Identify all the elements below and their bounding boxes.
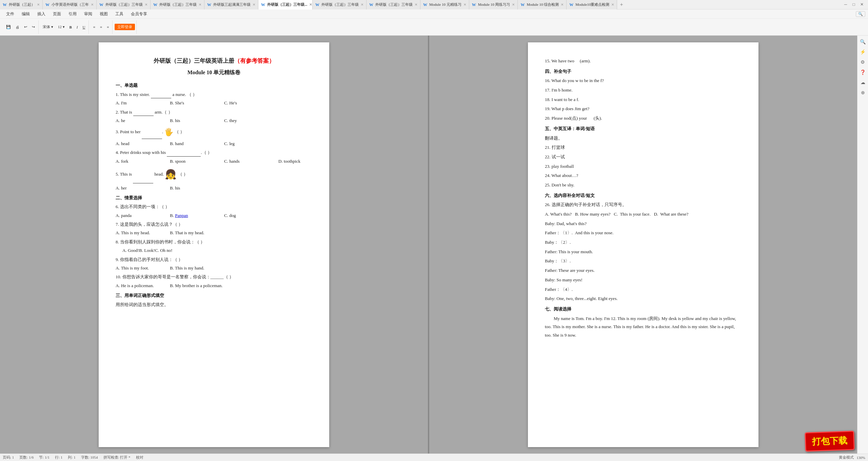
tab-1[interactable]: W小学英语外研版（三年✕: [43, 0, 97, 9]
underline-button[interactable]: U: [81, 24, 87, 30]
ribbon-tab-会员专享[interactable]: 会员专享: [127, 11, 151, 18]
page-title-red: （有参考答案）: [234, 58, 275, 64]
q1-optB: B. She's: [170, 99, 211, 107]
undo-button[interactable]: ↩: [22, 24, 29, 30]
bold-button[interactable]: B: [67, 24, 74, 30]
new-tab-button[interactable]: +: [617, 2, 626, 8]
q6-optB: B. Panpan: [170, 212, 211, 219]
tab-3[interactable]: W外研版（三起）三年级✕: [151, 0, 204, 9]
tab-close-7[interactable]: ✕: [415, 3, 417, 6]
status-col: 列: 1: [68, 455, 75, 460]
wps-icon-11: W: [569, 2, 574, 7]
q3-options: A. head B. hand C. leg: [116, 140, 312, 147]
tab-9[interactable]: WModule 10 周练习习✕: [469, 0, 518, 9]
minimize-button[interactable]: ─: [842, 1, 849, 8]
tab-7[interactable]: W外研版（三起）三年级✕: [367, 0, 420, 9]
tab-6[interactable]: W外研版（三起）三年级✕: [313, 0, 367, 9]
ribbon-tab-编辑[interactable]: 编辑: [18, 11, 33, 18]
tab-2[interactable]: W外研版（三起）三年级✕: [97, 0, 151, 9]
q15: 15. We have two (arm).: [545, 57, 742, 65]
align-center-button[interactable]: ≡: [98, 24, 104, 30]
side-cloud-icon[interactable]: ☁: [858, 78, 868, 87]
ribbon-search[interactable]: 🔍: [856, 11, 865, 17]
translate-intro: 翻译题。: [545, 134, 742, 143]
login-button[interactable]: 立即登录: [115, 24, 135, 30]
tab-close-3[interactable]: ✕: [199, 3, 201, 6]
wps-icon-10: W: [520, 2, 525, 7]
redo-button[interactable]: ↪: [30, 24, 37, 30]
q26-baby5: Baby: One, two, three...eight. Eight eye…: [545, 295, 742, 303]
wps-icon-8: W: [423, 2, 428, 7]
question-8: 8. 当你看到别人踩到你的书时，你会说：（ ）: [116, 238, 312, 246]
q26-father4: Father：〈4〉.: [545, 285, 742, 294]
q16: 16. What do you w to be in the f?: [545, 77, 742, 85]
side-add-icon[interactable]: ⊕: [858, 88, 868, 97]
blank-1: [151, 98, 171, 98]
ribbon: 文件编辑插入页面引用审阅视图工具会员专享🔍 💾 🖨 ↩ ↪ 宋体 ▾ 12 ▾ …: [0, 9, 868, 36]
q26-intro: 26. 选择正确的句子补全对话，只写序号。: [545, 201, 742, 209]
right-doc-panel[interactable]: 15. We have two (arm). 四、补全句子 16. What d…: [428, 36, 857, 454]
ribbon-tab-工具[interactable]: 工具: [112, 11, 127, 18]
ribbon-tab-引用[interactable]: 引用: [65, 11, 80, 18]
tab-close-5[interactable]: ✕: [309, 3, 312, 6]
panpan-link[interactable]: Panpan: [175, 213, 188, 218]
question-9: 9. 你指着自己的手对别人说：（ ）: [116, 256, 312, 263]
section2-title: 二、情景选择: [116, 194, 312, 202]
tab-4[interactable]: W外研版三起满满三年级✕: [204, 0, 258, 9]
font-select[interactable]: 宋体 ▾: [41, 24, 55, 30]
question-5: 5. This is head. 👧 （ ）: [116, 166, 312, 183]
download-badge[interactable]: 打包下载: [805, 430, 855, 452]
maximize-button[interactable]: □: [850, 1, 857, 8]
side-lightning-icon[interactable]: ⚡: [858, 47, 868, 57]
tab-close-2[interactable]: ✕: [145, 3, 147, 6]
side-search-icon[interactable]: 🔍: [858, 37, 868, 46]
fontsize-select[interactable]: 12 ▾: [56, 24, 67, 30]
close-button[interactable]: ✕: [859, 1, 865, 8]
tab-close-1[interactable]: ✕: [91, 3, 94, 6]
section1-title: 一、单选题: [116, 81, 312, 89]
left-doc-panel[interactable]: 外研版（三起）三年级英语上册（有参考答案） Module 10 单元精练卷 一、…: [0, 36, 428, 454]
ribbon-tab-视图[interactable]: 视图: [96, 11, 111, 18]
q10-optB: B. My brother is a policeman.: [170, 282, 223, 289]
tab-close-0[interactable]: ✕: [37, 3, 40, 6]
tab-close-8[interactable]: ✕: [463, 3, 466, 6]
ribbon-tab-页面[interactable]: 页面: [50, 11, 64, 18]
q6-optC: C. dog: [224, 212, 265, 219]
print-button[interactable]: 🖨: [14, 24, 21, 30]
q22: 22. 试一试: [545, 153, 742, 161]
q3-optB: B. hand: [170, 140, 211, 147]
ribbon-tab-插入[interactable]: 插入: [34, 11, 49, 18]
ribbon-tab-审阅[interactable]: 审阅: [81, 11, 96, 18]
status-total-pages: 页数: 1/6: [19, 455, 34, 460]
align-left-button[interactable]: ≡: [91, 24, 97, 30]
q17: 17. I'm b home.: [545, 86, 742, 95]
q26-baby4: Baby: So many eyes!: [545, 276, 742, 284]
ribbon-menu: 文件编辑插入页面引用审阅视图工具会员专享🔍: [0, 9, 868, 18]
tab-close-9[interactable]: ✕: [512, 3, 515, 6]
q20: 20. Please nod(点) your (头).: [545, 114, 742, 123]
hand-icon: 🖐: [164, 128, 173, 136]
side-help-icon[interactable]: ❓: [858, 67, 868, 77]
wps-icon-5: W: [261, 2, 266, 7]
ribbon-tab-文件[interactable]: 文件: [3, 11, 18, 18]
tab-close-11[interactable]: ✕: [611, 3, 614, 6]
tab-8[interactable]: WModule 10 元精练习✕: [420, 0, 469, 9]
status-words: 字数: 1054: [81, 455, 98, 460]
italic-button[interactable]: I: [75, 24, 80, 30]
tab-10[interactable]: WModule 10 综合检测✕: [518, 0, 567, 9]
tab-close-10[interactable]: ✕: [561, 3, 564, 6]
girl-image: 👧: [165, 169, 177, 180]
main-area: 外研版（三起）三年级英语上册（有参考答案） Module 10 单元精练卷 一、…: [0, 36, 868, 454]
tab-0[interactable]: W外研版（三起）✕: [0, 0, 43, 9]
section5-title: 五、中英互译：单词/短语: [545, 125, 742, 133]
font-group: 宋体 ▾ 12 ▾ B I U: [39, 20, 89, 34]
tab-close-4[interactable]: ✕: [253, 3, 255, 6]
tab-close-6[interactable]: ✕: [361, 3, 363, 6]
tab-11[interactable]: WModule10重难点检测✕: [567, 0, 617, 9]
tab-5[interactable]: W外研版（三起）三年级...✕: [258, 0, 313, 9]
q1-optA: A. I'm: [116, 99, 156, 107]
save-button[interactable]: 💾: [4, 24, 13, 30]
q1-options: A. I'm B. She's C. He's: [116, 99, 312, 107]
side-settings-icon[interactable]: ⚙: [858, 57, 868, 67]
align-right-button[interactable]: ≡: [105, 24, 111, 30]
